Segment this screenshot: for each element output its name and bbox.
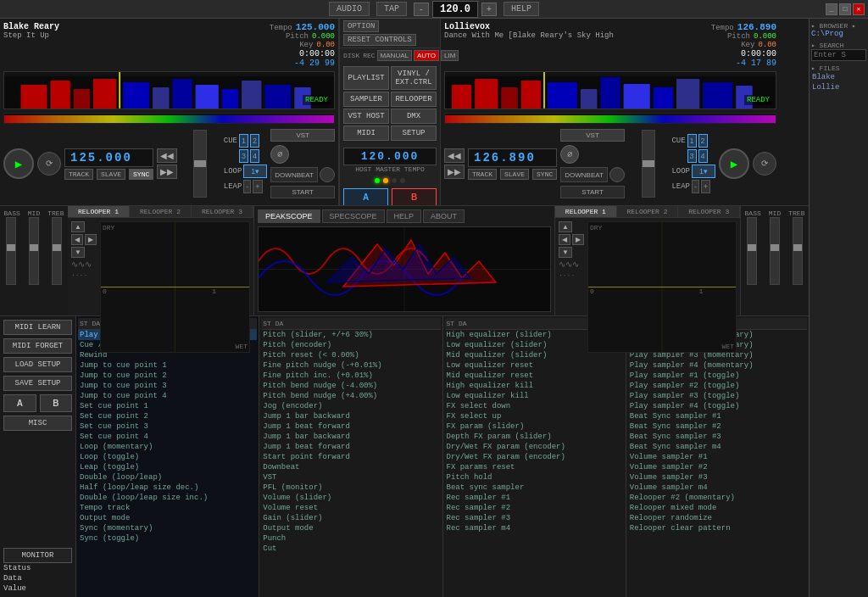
list-item[interactable]: Volume sampler #1 [628,452,807,462]
list-item[interactable]: Low equalizer reset [445,360,624,371]
list-item[interactable]: Sync (momentary) [78,523,257,533]
deck-a-slave-btn[interactable]: SLAVE [97,169,125,180]
deck-a-cue1-btn[interactable]: 1 [239,134,248,148]
list-item[interactable]: Output mode [261,523,440,533]
list-item[interactable]: Play sampler #4 (momentary) [628,360,807,371]
mid-thumb-left[interactable] [30,244,38,251]
about-tab[interactable]: ABOUT [423,209,465,223]
deck-b-pitch-slider[interactable] [642,130,655,198]
rr-right-btn[interactable]: ▶ [572,234,584,245]
search-input[interactable] [811,49,866,61]
deck-a-rew-button[interactable]: ◀◀ [157,148,177,163]
bass-slider-left[interactable] [6,217,16,285]
bpm-minus-button[interactable]: - [414,3,429,16]
file-item-2[interactable]: Lollie [811,82,866,92]
relooper-btn[interactable]: RELOOPER [391,92,437,107]
deck-a-pitch-thumb[interactable] [194,160,206,167]
list-item[interactable]: Relooper randomize [628,513,807,523]
list-item[interactable]: Jump to cue point 1 [78,360,257,371]
list-item[interactable]: Jump to cue point 3 [78,381,257,391]
deck-b-track-btn[interactable]: TRACK [468,169,497,180]
list-item[interactable]: Relooper mixed mode [628,503,807,513]
deck-a-vst-btn[interactable]: VST [270,129,335,142]
dmx-btn[interactable]: DMX [391,109,437,124]
bass-thumb-left[interactable] [7,244,15,251]
list-item[interactable]: VST [261,472,440,483]
list-item[interactable]: Beat Sync sampler #2 [628,421,807,432]
search-label[interactable]: ▸ SEARCH [811,42,866,49]
deck-b-pitch-thumb[interactable] [643,160,654,167]
mid-slider-right[interactable] [770,217,780,285]
list-item[interactable]: Volume (slider) [261,493,440,503]
list-item[interactable]: Output mode [78,513,257,523]
list-item[interactable]: Dry/Wet FX param (encoder) [445,442,624,452]
minimize-button[interactable]: _ [826,3,837,15]
list-item[interactable]: Beat sync sampler [445,483,624,493]
deck-b-slave-btn[interactable]: SLAVE [500,169,529,180]
deck-b-downbeat-dial[interactable] [609,167,625,182]
list-item[interactable]: Set cue point 1 [78,401,257,411]
deck-a-cue-button[interactable]: ⟳ [37,152,61,176]
list-item[interactable]: Play sampler #1 (toggle) [628,371,807,381]
list-item[interactable]: Relooper clear pattern [628,523,807,533]
list-item[interactable]: Rec sampler #2 [445,503,624,513]
deck-b-start-btn[interactable]: START [560,186,625,198]
rl-down-btn[interactable]: ▼ [71,247,85,258]
rl-up-btn[interactable]: ▲ [71,221,85,232]
midi-forget-btn[interactable]: MIDI FORGET [3,338,72,354]
list-item[interactable]: FX select up [445,411,624,421]
list-item[interactable]: Sync (toggle) [78,533,257,544]
deck-a-leap-plus-btn[interactable]: + [253,180,262,193]
relooper-right-tab3[interactable]: RELOOPER 3 [678,206,740,217]
deck-b-loop-size-btn[interactable]: 1▾ [692,165,715,178]
list-item[interactable]: Low equalizer kill [445,391,624,401]
deck-a-leap-minus-btn[interactable]: - [243,180,251,193]
deck-a-ff-button[interactable]: ▶▶ [157,165,177,179]
deck-b-vst-btn[interactable]: VST [560,129,625,142]
list-item[interactable]: Double (loop/leap) [78,472,257,483]
list-item[interactable]: Jump to cue point 4 [78,391,257,401]
bass-slider-right[interactable] [747,217,757,285]
maximize-button[interactable]: □ [839,3,851,15]
deck-b-leap-plus-btn[interactable]: + [701,180,710,193]
list-item[interactable]: Punch [261,533,440,544]
list-item[interactable]: Jump 1 beat forward [261,421,440,432]
a-button[interactable]: A [343,188,388,206]
list-item[interactable]: Jump 1 beat forward [261,442,440,452]
list-item[interactable]: Cut [261,544,440,554]
list-item[interactable]: Jog (encoder) [261,401,440,411]
manual-btn[interactable]: MANUAL [377,50,412,61]
treb-slider-left[interactable] [52,217,62,285]
deck-b-needle-btn[interactable]: ⌀ [560,145,579,164]
list-item[interactable]: Pitch bend nudge (-4.00%) [261,381,440,391]
mid-thumb-right[interactable] [771,244,779,251]
treb-thumb-right[interactable] [793,244,802,251]
deck-b-rew-button[interactable]: ◀◀ [444,148,465,163]
specscope-tab[interactable]: SPECSCOPE [322,209,385,223]
list-item[interactable]: Rec sampler m4 [445,523,624,533]
deck-b-cue1-btn[interactable]: 1 [687,134,697,148]
deck-a-downbeat-btn[interactable]: DOWNBEAT [270,167,318,182]
deck-a-track-btn[interactable]: TRACK [64,169,93,180]
deck-a-cue3-btn[interactable]: 3 [239,149,248,163]
list-item[interactable]: Jump to cue point 2 [78,371,257,381]
list-item[interactable]: FX param (slider) [445,421,624,432]
deck-b-cue2-btn[interactable]: 2 [698,134,708,148]
relooper-left-tab2[interactable]: RELOOPER 2 [130,206,192,217]
list-item[interactable]: Play sampler #3 (toggle) [628,391,807,401]
list-item[interactable]: Double (loop/leap size inc.) [78,493,257,503]
mid-slider-left[interactable] [29,217,39,285]
list-item[interactable]: Dry/Wet FX param (encoder) [445,452,624,462]
list-item[interactable]: Play sampler #4 (toggle) [628,401,807,411]
list-item[interactable]: Pitch (slider, +/+6 30%) [261,330,440,340]
list-item[interactable]: Set cue point 4 [78,432,257,442]
deck-a-sync-btn[interactable]: SYNC [129,169,153,180]
deck-b-play-button[interactable]: ▶ [719,148,749,179]
list-item[interactable]: Play sampler #2 (toggle) [628,381,807,391]
deck-b-downbeat-btn[interactable]: DOWNBEAT [560,167,608,182]
treb-slider-right[interactable] [793,217,803,285]
deck-a-loop-size-btn[interactable]: 1▾ [243,165,267,178]
browser-label[interactable]: ▸ BROWSER ▸ [811,22,866,30]
list-item[interactable]: Jump 1 bar backward [261,432,440,442]
list-item[interactable]: Rec sampler #1 [445,493,624,503]
